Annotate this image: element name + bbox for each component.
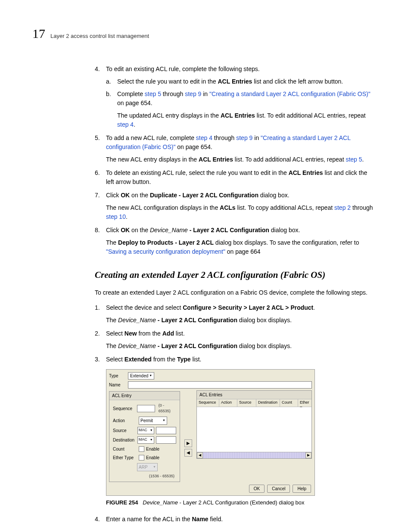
cancel-button[interactable]: Cancel (267, 485, 290, 493)
link-step9[interactable]: step 9 (185, 90, 201, 97)
acl-config-dialog: Type Extended▼ Name ACL Entry Seq (106, 369, 315, 496)
sequence-label: Sequence (113, 405, 135, 412)
arrow-right-button[interactable]: ▶ (184, 439, 192, 447)
text: list and click the left arrow button. (252, 78, 343, 85)
text: list. To copy additional ACLs, repeat (236, 204, 334, 211)
ethertype-label: Ether Type (113, 454, 137, 461)
text: Select the device and select (106, 304, 183, 311)
acl-entries-panel: ACL Entries Sequence Action Source Desti… (196, 390, 312, 459)
bold-text: Extended (125, 356, 152, 363)
horizontal-scrollbar[interactable]: ◀ ▶ (197, 452, 311, 458)
left-column: ACL Entry Sequence (0 - 65535) Action Pe… (109, 390, 180, 482)
destination-type-select[interactable]: MAC▼ (137, 436, 154, 444)
scroll-right-icon[interactable]: ▶ (305, 452, 311, 458)
text: list. To edit additional ACL entries, re… (255, 112, 366, 119)
text: in (201, 90, 209, 97)
text: list. (174, 330, 185, 337)
source-label: Source (113, 427, 136, 434)
figure-rest: - Layer 2 ACL Configuration (Extended) d… (178, 499, 305, 506)
col-action[interactable]: Action (219, 399, 237, 407)
col-ethertype[interactable]: Ether Typ (298, 399, 311, 407)
dialog-footer: OK Cancel Help (109, 482, 312, 493)
text: through (351, 204, 373, 211)
col-sequence[interactable]: Sequence (197, 399, 219, 407)
acl-entry-panel: ACL Entry Sequence (0 - 65535) Action Pe… (109, 391, 180, 482)
name-input[interactable] (128, 381, 312, 389)
step-body: Enter a name for the ACL in the Name fie… (106, 515, 374, 524)
bold-text: ACL Entries (218, 78, 252, 85)
italic-text: Device_Name (118, 317, 156, 324)
text: through (212, 134, 236, 141)
text: Click (106, 227, 121, 233)
step-number: 3. (95, 355, 106, 364)
bold-text: Type (177, 356, 191, 363)
sequence-input[interactable] (137, 405, 155, 412)
name-row: Name (109, 381, 312, 389)
count-checkbox[interactable] (139, 446, 144, 452)
text: dialog box displays. To save the configu… (214, 239, 359, 246)
name-label: Name (109, 382, 126, 388)
step-6: 6. To delete an existing ACL rule, selec… (95, 168, 374, 187)
type-value: Extended (130, 373, 148, 379)
chevron-down-icon: ▼ (150, 428, 153, 433)
destination-input[interactable] (156, 436, 176, 444)
text: . (362, 156, 364, 163)
action-select[interactable]: Permit▼ (139, 417, 167, 425)
mac-value: MAC (139, 437, 147, 443)
ethertype-checkbox[interactable] (139, 455, 144, 460)
text: . (134, 121, 135, 128)
intro-text: To create an extended Layer 2 ACL config… (95, 288, 374, 297)
link-step10[interactable]: step 10 (106, 213, 126, 220)
text: . (313, 304, 315, 311)
step-number: 5. (95, 134, 106, 164)
text: Select the rule you want to edit in the (117, 78, 218, 85)
table-body (197, 407, 311, 452)
bold-text: Add (162, 330, 174, 337)
link-step5[interactable]: step 5 (346, 156, 362, 163)
arrow-left-button[interactable]: ◀ (184, 449, 192, 457)
destination-label: Destination (113, 437, 136, 443)
help-button[interactable]: Help (293, 485, 311, 493)
text: in (252, 134, 261, 141)
link-step4[interactable]: step 4 (196, 134, 212, 141)
source-type-select[interactable]: MAC▼ (137, 427, 154, 434)
link-step5[interactable]: step 5 (145, 90, 161, 97)
substep-a: a. Select the rule you want to edit in t… (106, 77, 374, 86)
step-4: 4. To edit an existing ACL rule, complet… (95, 65, 374, 129)
link-creating-standard[interactable]: "Creating a standard Layer 2 ACL configu… (209, 90, 371, 97)
page: 17 Layer 2 access control list managemen… (0, 0, 411, 532)
text: Select (106, 356, 125, 363)
chevron-down-icon: ▼ (149, 373, 152, 378)
content: 4. To edit an existing ACL rule, complet… (95, 65, 374, 524)
scroll-left-icon[interactable]: ◀ (197, 452, 203, 458)
ok-button[interactable]: OK (249, 485, 265, 493)
header-title: Layer 2 access control list management (50, 32, 149, 40)
figure-italic: Device_Name (143, 499, 178, 506)
arp-select[interactable]: ARP▼ (137, 463, 158, 471)
ethertype-row: Ether Type Enable (113, 454, 176, 461)
mac-value: MAC (139, 427, 147, 433)
link-step4[interactable]: step 4 (117, 121, 134, 128)
link-step2[interactable]: step 2 (334, 204, 351, 211)
bold-text: Configure > Security > Layer 2 ACL > Pro… (183, 304, 313, 311)
col-count[interactable]: Count (280, 399, 298, 407)
text: The (106, 239, 118, 246)
source-input[interactable] (156, 427, 176, 434)
step-8: 8. Click OK on the Device_Name - Layer 2… (95, 226, 374, 256)
text: on page 654. (175, 143, 212, 150)
col-source[interactable]: Source (237, 399, 256, 407)
scroll-track[interactable] (203, 452, 305, 458)
link-saving-security[interactable]: "Saving a security configuration deploym… (106, 248, 225, 255)
text: dialog box displays. (237, 342, 292, 349)
ext-step-1: 1. Select the device and select Configur… (95, 303, 374, 325)
col-destination[interactable]: Destination (256, 399, 280, 407)
text: Complete (117, 90, 145, 97)
text: To delete an existing ACL rule, select t… (106, 169, 289, 176)
type-select[interactable]: Extended▼ (128, 372, 154, 380)
bold-text: - Layer 2 ACL Configuration (156, 317, 237, 324)
arp-row: ARP▼ (113, 463, 176, 471)
step-body: Select the device and select Configure >… (106, 303, 374, 325)
acl-entry-header: ACL Entry (109, 392, 180, 400)
step-number: 1. (95, 303, 106, 325)
link-step9[interactable]: step 9 (236, 134, 252, 141)
